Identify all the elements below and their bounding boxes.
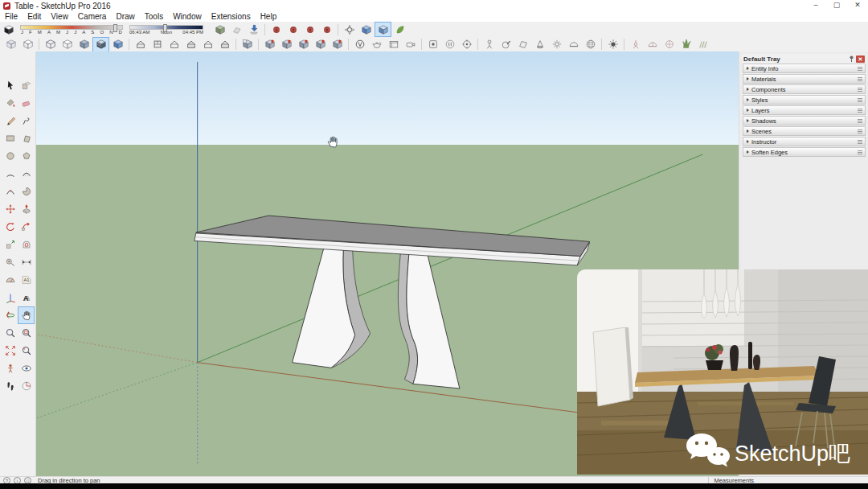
menu-view[interactable]: View: [46, 11, 73, 22]
previous-button[interactable]: [18, 342, 35, 360]
vray-render-button[interactable]: [368, 37, 385, 52]
cube-tool-4-button[interactable]: [312, 37, 329, 52]
arc-button[interactable]: [2, 165, 18, 183]
offset-button[interactable]: [18, 236, 35, 253]
menu-tools[interactable]: Tools: [140, 11, 168, 22]
front-view-button[interactable]: [166, 37, 182, 52]
position-camera-button[interactable]: [2, 360, 18, 377]
pie-button[interactable]: [18, 183, 35, 200]
rectangle-button[interactable]: [2, 129, 18, 147]
back-edges-style-button[interactable]: [19, 37, 36, 52]
rotated-rectangle-button[interactable]: [18, 129, 35, 147]
xray-style-button[interactable]: [2, 37, 19, 52]
tape-measure-button[interactable]: [2, 253, 18, 271]
move-button[interactable]: [2, 200, 18, 218]
look-around-button[interactable]: [18, 360, 35, 377]
vray-material-editor-button[interactable]: [424, 37, 441, 52]
vray-sphere-light-button[interactable]: [582, 37, 599, 52]
shadow-time-slider[interactable]: 06:43 AM Noon 04:45 PM: [129, 25, 203, 35]
make-component-button[interactable]: [18, 76, 35, 94]
shaded-style-button[interactable]: [76, 37, 92, 52]
vray-options-button[interactable]: [351, 37, 368, 52]
time-slider-handle[interactable]: [163, 24, 167, 32]
tray-section-shadows[interactable]: Shadows: [743, 116, 866, 125]
push-pull-button[interactable]: [18, 200, 35, 218]
pan-button[interactable]: [18, 306, 35, 324]
vray-spot-light-button[interactable]: [531, 37, 548, 52]
tray-section-scenes[interactable]: Scenes: [743, 126, 866, 136]
menu-camera[interactable]: Camera: [73, 11, 112, 22]
vray-tripod-light-button[interactable]: [481, 37, 497, 52]
tray-section-entity-info[interactable]: Entity Info: [743, 64, 866, 73]
zoom-window-button[interactable]: [18, 324, 35, 342]
blue-cube-2-button[interactable]: [375, 22, 391, 37]
green-leaf-button[interactable]: [391, 22, 408, 37]
follow-me-button[interactable]: [18, 218, 35, 236]
menu-extensions[interactable]: Extensions: [207, 11, 256, 22]
eraser-button[interactable]: [18, 94, 35, 112]
protractor-button[interactable]: [2, 271, 18, 289]
drop-component-button[interactable]: [245, 22, 262, 37]
tray-section-soften-edges[interactable]: Soften Edges: [743, 147, 866, 157]
right-view-button[interactable]: [182, 37, 199, 52]
shadow-date-slider[interactable]: JFMAMJJASOND: [20, 25, 123, 35]
zoom-button[interactable]: [2, 324, 18, 342]
red-knot-4-button[interactable]: [318, 22, 335, 37]
section-plane-button[interactable]: [18, 377, 35, 395]
scale-button[interactable]: [2, 236, 18, 253]
menu-edit[interactable]: Edit: [23, 11, 46, 22]
vray-omni-light-button[interactable]: [548, 37, 565, 52]
walk-button[interactable]: [2, 377, 18, 395]
tray-section-instructor[interactable]: Instructor: [743, 137, 866, 146]
cube-tool-5-button[interactable]: [329, 37, 346, 52]
tray-pin-icon[interactable]: [849, 55, 854, 63]
vray-region-render-button[interactable]: [458, 37, 475, 52]
date-slider-handle[interactable]: [113, 24, 117, 32]
select-button[interactable]: [2, 76, 18, 94]
line-button[interactable]: [2, 112, 18, 129]
tray-section-components[interactable]: Components: [743, 84, 866, 94]
tray-section-materials[interactable]: Materials: [743, 74, 866, 84]
vray-dome-light-button[interactable]: [565, 37, 582, 52]
compass-button[interactable]: [341, 22, 358, 37]
vray-ies-light-button[interactable]: [627, 37, 644, 52]
vray-fur-button[interactable]: [694, 37, 711, 52]
red-knot-2-button[interactable]: [285, 22, 301, 37]
menu-window[interactable]: Window: [168, 11, 207, 22]
paint-bucket-button[interactable]: [2, 94, 18, 112]
two-point-arc-button[interactable]: [18, 165, 35, 183]
tray-section-layers[interactable]: Layers: [743, 105, 866, 115]
vray-pause-button[interactable]: [441, 37, 458, 52]
minimize-button[interactable]: –: [805, 0, 826, 11]
rotate-button[interactable]: [2, 218, 18, 236]
text-button[interactable]: A1: [18, 271, 35, 289]
vray-edit-light-button[interactable]: [497, 37, 514, 52]
shadow-settings-button[interactable]: [0, 22, 17, 37]
three-d-text-button[interactable]: AA: [18, 289, 35, 306]
vray-sun-button[interactable]: [604, 37, 621, 52]
red-knot-1-button[interactable]: [268, 22, 285, 37]
polygon-button[interactable]: [18, 147, 35, 165]
textured-cube-button[interactable]: [211, 22, 228, 37]
axes-button[interactable]: [2, 289, 18, 306]
measurements-input[interactable]: [759, 477, 863, 483]
vray-rectangle-light-button[interactable]: [514, 37, 531, 52]
tray-section-styles[interactable]: Styles: [743, 95, 866, 105]
vray-dome-2-button[interactable]: [644, 37, 661, 52]
cube-tool-2-button[interactable]: [278, 37, 295, 52]
monochrome-style-button[interactable]: [109, 37, 126, 52]
iso-view-button[interactable]: [132, 37, 149, 52]
zoom-extents-button[interactable]: [2, 342, 18, 360]
left-view-button[interactable]: [216, 37, 233, 52]
top-view-button[interactable]: [149, 37, 166, 52]
red-knot-3-button[interactable]: [301, 22, 318, 37]
three-point-arc-button[interactable]: [2, 183, 18, 200]
vray-batch-render-button[interactable]: [402, 37, 419, 52]
blue-cube-1-button[interactable]: [358, 22, 375, 37]
wireframe-style-button[interactable]: [42, 37, 59, 52]
menu-draw[interactable]: Draw: [111, 11, 139, 22]
menu-help[interactable]: Help: [256, 11, 282, 22]
hidden-line-style-button[interactable]: [59, 37, 76, 52]
freehand-button[interactable]: [18, 112, 35, 129]
close-button[interactable]: ✕: [847, 0, 868, 11]
